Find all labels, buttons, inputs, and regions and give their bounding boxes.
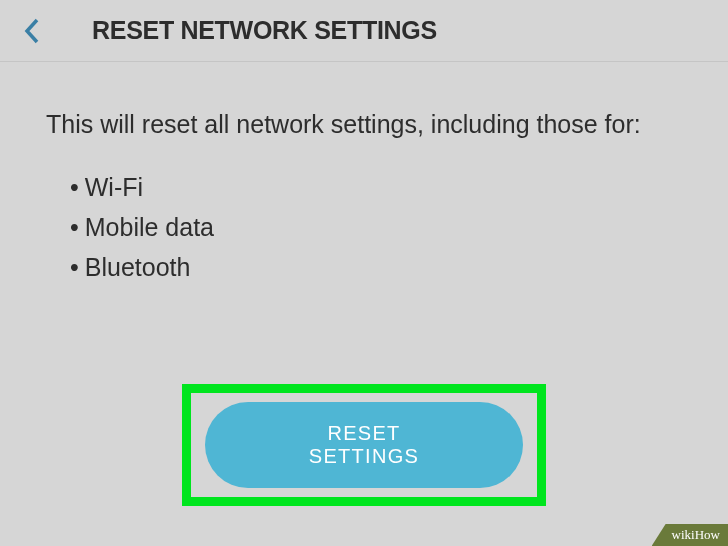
list-item: •Mobile data — [70, 207, 682, 247]
reset-settings-button[interactable]: RESET SETTINGS — [205, 402, 523, 488]
chevron-left-icon — [23, 17, 41, 45]
content-area: This will reset all network settings, in… — [0, 62, 728, 287]
list-item: •Wi-Fi — [70, 167, 682, 207]
button-area: RESET SETTINGS — [182, 384, 546, 506]
highlight-box: RESET SETTINGS — [182, 384, 546, 506]
settings-list: •Wi-Fi •Mobile data •Bluetooth — [46, 167, 682, 287]
back-button[interactable] — [12, 11, 52, 51]
list-item-label: Wi-Fi — [85, 173, 143, 201]
description-text: This will reset all network settings, in… — [46, 108, 682, 142]
list-item: •Bluetooth — [70, 247, 682, 287]
watermark: wikiHow — [652, 524, 728, 546]
list-item-label: Mobile data — [85, 213, 214, 241]
header-bar: RESET NETWORK SETTINGS — [0, 0, 728, 62]
list-item-label: Bluetooth — [85, 253, 191, 281]
page-title: RESET NETWORK SETTINGS — [92, 16, 437, 45]
